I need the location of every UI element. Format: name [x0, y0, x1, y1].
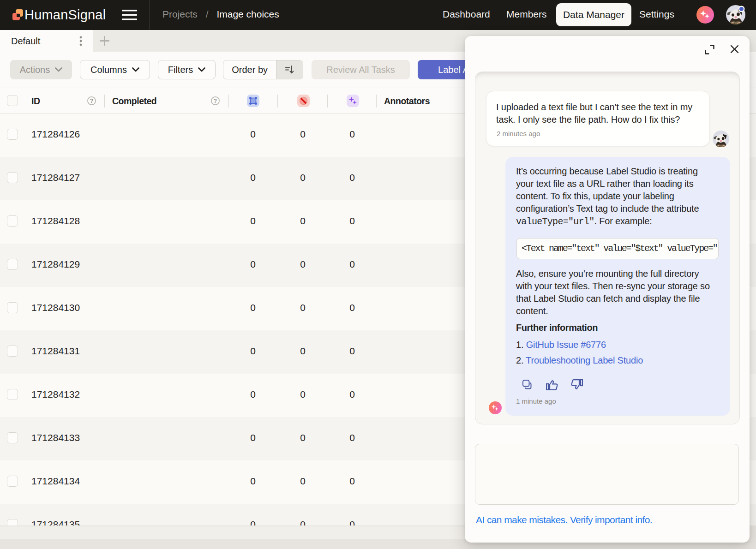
svg-text:?: ? — [90, 98, 93, 104]
svg-text:?: ? — [214, 98, 217, 104]
